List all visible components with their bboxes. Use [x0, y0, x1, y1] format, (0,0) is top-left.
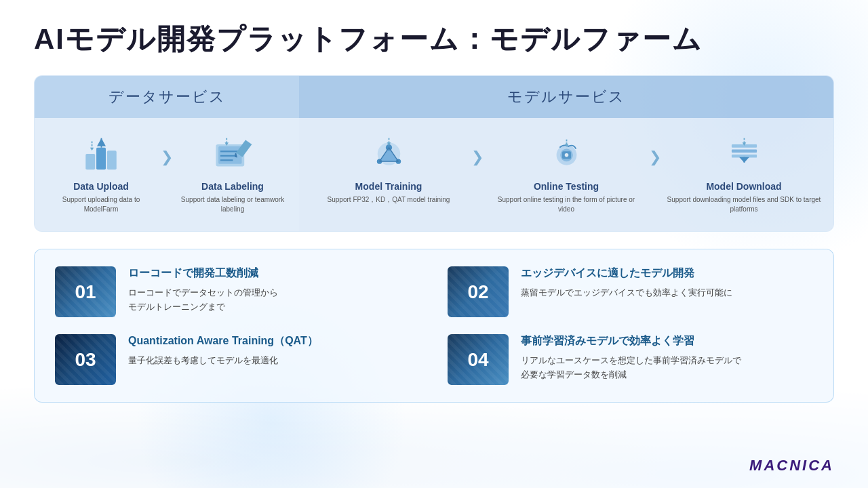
service-container: データサービス — [34, 75, 834, 232]
data-labeling-desc: Support data labeling or teamwork labeli… — [178, 195, 287, 214]
feature-4-text: 事前学習済みモデルで効率よく学習 リアルなユースケースを想定した事前学習済みモデ… — [521, 334, 813, 382]
service-item-data-upload: Data Upload Support uploading data to Mo… — [41, 128, 161, 218]
feature-3-text: Quantization Aware Training（QAT） 量子化誤差も考… — [128, 334, 420, 368]
service-item-model-download: Model Download Support downloading model… — [661, 128, 827, 218]
online-testing-icon — [542, 131, 590, 176]
model-service-items: Model Training Support FP32，KD，QAT model… — [299, 118, 833, 231]
feature-1-desc: ローコードでデータセットの管理からモデルトレーニングまで — [128, 286, 420, 314]
model-service-section: モデルサービス — [299, 76, 833, 231]
feature-2-number: 02 — [467, 281, 488, 303]
data-service-section: データサービス — [35, 76, 299, 231]
model-training-name: Model Training — [355, 181, 422, 192]
data-upload-desc: Support uploading data to ModelFarm — [47, 195, 155, 214]
feature-2-title: エッジデバイスに適したモデル開発 — [521, 266, 813, 281]
feature-2-number-box: 02 — [448, 266, 509, 317]
features-container: 01 ローコードで開発工数削減 ローコードでデータセットの管理からモデルトレーニ… — [34, 249, 834, 403]
feature-1-number: 01 — [75, 281, 96, 303]
data-labeling-icon — [209, 131, 256, 176]
feature-item-2: 02 エッジデバイスに適したモデル開発 蒸留モデルでエッジデバイスでも効率よく実… — [448, 266, 813, 317]
feature-3-number-box: 03 — [55, 334, 116, 385]
model-download-desc: Support downloading model files and SDK … — [667, 195, 821, 214]
feature-3-desc: 量子化誤差も考慮してモデルを最適化 — [128, 354, 420, 368]
feature-2-desc: 蒸留モデルでエッジデバイスでも効率よく実行可能に — [521, 286, 813, 300]
feature-item-1: 01 ローコードで開発工数削減 ローコードでデータセットの管理からモデルトレーニ… — [55, 266, 420, 317]
model-training-desc: Support FP32，KD，QAT model training — [328, 195, 450, 205]
feature-3-number: 03 — [75, 349, 96, 371]
feature-4-number-box: 04 — [448, 334, 509, 385]
svg-rect-1 — [96, 147, 106, 169]
data-upload-icon — [77, 131, 125, 176]
service-item-data-labeling: Data Labeling Support data labeling or t… — [173, 128, 292, 218]
svg-rect-0 — [85, 154, 95, 169]
arrow-3: ❯ — [649, 128, 661, 166]
svg-rect-32 — [731, 149, 756, 152]
feature-1-title: ローコードで開発工数削減 — [128, 266, 420, 281]
feature-item-3: 03 Quantization Aware Training（QAT） 量子化誤… — [55, 334, 420, 385]
data-labeling-name: Data Labeling — [201, 181, 264, 192]
svg-marker-6 — [90, 147, 94, 150]
feature-4-title: 事前学習済みモデルで効率よく学習 — [521, 334, 813, 348]
feature-3-title: Quantization Aware Training（QAT） — [128, 334, 420, 348]
feature-4-number: 04 — [467, 349, 488, 371]
model-training-icon — [365, 131, 412, 176]
data-service-items: Data Upload Support uploading data to Mo… — [35, 118, 299, 231]
service-item-model-training: Model Training Support FP32，KD，QAT model… — [306, 128, 471, 208]
svg-rect-2 — [106, 150, 116, 169]
feature-2-text: エッジデバイスに適したモデル開発 蒸留モデルでエッジデバイスでも効率よく実行可能… — [521, 266, 813, 300]
feature-1-number-box: 01 — [55, 266, 116, 317]
feature-1-text: ローコードで開発工数削減 ローコードでデータセットの管理からモデルトレーニングま… — [128, 266, 420, 314]
model-service-title: モデルサービス — [507, 88, 625, 105]
page-title: AIモデル開発プラットフォーム：モデルファーム — [34, 20, 834, 58]
model-download-name: Model Download — [706, 181, 781, 192]
online-testing-desc: Support online testing in the form of pi… — [489, 195, 644, 214]
arrow-2: ❯ — [471, 128, 484, 166]
svg-point-28 — [564, 153, 568, 157]
feature-4-desc: リアルなユースケースを想定した事前学習済みモデルで必要な学習データ数を削減 — [521, 354, 813, 382]
model-download-icon — [720, 131, 768, 176]
model-service-header: モデルサービス — [299, 76, 833, 118]
data-service-header: データサービス — [35, 76, 299, 118]
macnica-logo: MACNICA — [749, 457, 834, 474]
arrow-1: ❯ — [161, 128, 173, 166]
service-item-online-testing: Online Testing Support online testing in… — [484, 128, 649, 218]
data-upload-name: Data Upload — [73, 181, 129, 192]
online-testing-name: Online Testing — [534, 181, 599, 192]
data-service-title: データサービス — [108, 88, 226, 105]
feature-item-4: 04 事前学習済みモデルで効率よく学習 リアルなユースケースを想定した事前学習済… — [448, 334, 813, 385]
